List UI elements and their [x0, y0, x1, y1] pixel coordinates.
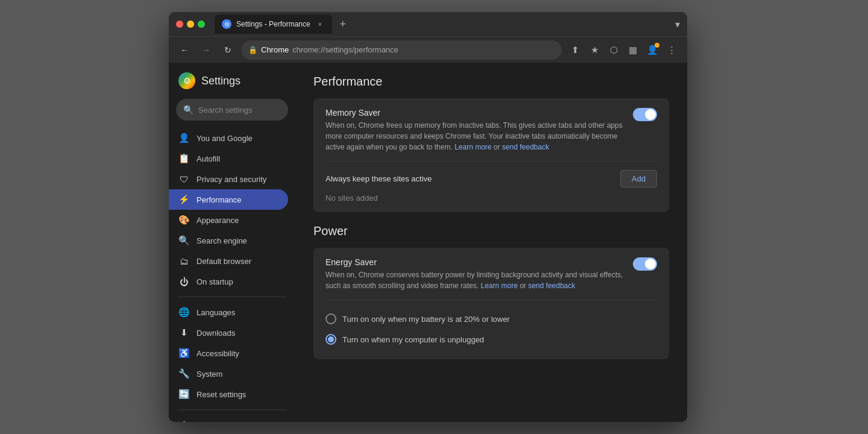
energy-card-divider: [326, 300, 657, 300]
card-divider: [326, 161, 657, 162]
search-engine-icon: 🔍: [178, 235, 189, 246]
close-button[interactable]: [176, 20, 183, 28]
nav-actions: ⬆ ★ ⬡ ▦ 👤 ⋮: [567, 42, 680, 58]
energy-saver-toggle[interactable]: [633, 257, 657, 271]
extensions-sidebar-icon: ⬡: [178, 420, 189, 422]
address-path: chrome://settings/performance: [292, 45, 398, 54]
tab-bar: ⚙ Settings - Performance × +: [215, 14, 670, 34]
sidebar-item-you-and-google[interactable]: 👤 You and Google: [169, 128, 288, 148]
energy-saver-learn-more[interactable]: Learn more: [480, 281, 517, 290]
sidebar-item-label: Privacy and security: [197, 175, 266, 184]
bookmark-button[interactable]: ★: [586, 42, 603, 58]
always-active-row: Always keep these sites active Add: [326, 170, 657, 187]
notification-badge: [655, 43, 659, 48]
settings-title: Settings: [201, 75, 241, 87]
energy-saver-text: Energy Saver When on, Chrome conserves b…: [326, 257, 623, 291]
sidebar-item-label: Autofill: [197, 154, 220, 163]
toggle-knob-energy: [645, 259, 656, 269]
sidebar-item-label: Default browser: [197, 257, 251, 266]
back-button[interactable]: ←: [176, 42, 193, 58]
memory-saver-desc: When on, Chrome frees up memory from ina…: [326, 120, 623, 153]
appearance-icon: 🎨: [178, 215, 189, 225]
sidebar: ⚙ Settings 🔍 👤 You and Google 📋 Autofill…: [169, 63, 295, 422]
maximize-button[interactable]: [198, 20, 205, 28]
tab-search-button[interactable]: ▦: [624, 42, 641, 58]
sidebar-item-performance[interactable]: ⚡ Performance: [169, 189, 288, 210]
default-browser-icon: 🗂: [178, 256, 189, 266]
memory-saver-learn-more[interactable]: Learn more: [454, 143, 491, 151]
energy-saver-feedback[interactable]: send feedback: [528, 281, 575, 290]
minimize-button[interactable]: [187, 20, 194, 28]
sidebar-item-search-engine[interactable]: 🔍 Search engine: [169, 230, 288, 251]
radio-unplugged-circle[interactable]: [326, 334, 336, 345]
radio-battery-20[interactable]: Turn on only when my battery is at 20% o…: [326, 309, 657, 329]
memory-saver-toggle[interactable]: [633, 108, 657, 121]
languages-icon: 🌐: [178, 307, 189, 318]
search-input[interactable]: [198, 105, 295, 115]
add-site-button[interactable]: Add: [620, 170, 657, 187]
nav-bar: ← → ↻ 🔒 Chrome chrome://settings/perform…: [169, 36, 687, 63]
radio-battery-20-label: Turn on only when my battery is at 20% o…: [342, 315, 510, 324]
memory-saver-text: Memory Saver When on, Chrome frees up me…: [326, 108, 623, 153]
settings-logo: ⚙: [178, 72, 195, 89]
new-tab-button[interactable]: +: [335, 16, 351, 33]
sidebar-item-label: Reset settings: [197, 390, 246, 399]
menu-button[interactable]: ⋮: [663, 42, 680, 58]
sidebar-item-label: Performance: [197, 195, 241, 204]
tab-favicon: ⚙: [222, 19, 231, 29]
active-tab[interactable]: ⚙ Settings - Performance ×: [215, 14, 332, 34]
extensions-button[interactable]: ⬡: [605, 42, 622, 58]
reset-icon: 🔄: [178, 389, 189, 400]
performance-icon: ⚡: [178, 194, 189, 205]
sidebar-item-downloads[interactable]: ⬇ Downloads: [169, 322, 288, 343]
sidebar-item-extensions[interactable]: ⬡ Extensions ↗: [169, 415, 288, 422]
search-icon: 🔍: [183, 105, 193, 115]
forward-icon: →: [202, 45, 210, 55]
always-active-label: Always keep these sites active: [326, 174, 432, 183]
sidebar-divider-1: [178, 297, 286, 297]
back-icon: ←: [180, 45, 189, 55]
sidebar-item-label: Languages: [197, 308, 235, 317]
sidebar-item-privacy-security[interactable]: 🛡 Privacy and security: [169, 169, 288, 189]
share-button[interactable]: ⬆: [567, 42, 583, 58]
main-content: ⚙ Settings 🔍 👤 You and Google 📋 Autofill…: [169, 63, 687, 422]
search-bar[interactable]: 🔍: [176, 99, 288, 121]
forward-button[interactable]: →: [198, 42, 215, 58]
toggle-knob: [645, 109, 656, 120]
traffic-lights: [176, 20, 205, 28]
sidebar-item-appearance[interactable]: 🎨 Appearance: [169, 210, 288, 230]
downloads-icon: ⬇: [178, 327, 189, 338]
on-startup-icon: ⏻: [178, 276, 189, 287]
memory-saver-feedback[interactable]: send feedback: [502, 143, 549, 151]
sidebar-item-label: Downloads: [197, 329, 235, 338]
browser-window: ⚙ Settings - Performance × + ▾ ← → ↻ 🔒 C…: [169, 12, 687, 422]
power-section-title: Power: [313, 224, 669, 238]
sidebar-item-default-browser[interactable]: 🗂 Default browser: [169, 251, 288, 271]
accessibility-icon: ♿: [178, 348, 189, 359]
radio-unplugged-label: Turn on when my computer is unplugged: [342, 335, 484, 344]
sidebar-item-reset-settings[interactable]: 🔄 Reset settings: [169, 384, 288, 404]
privacy-icon: 🛡: [178, 174, 189, 184]
profile-button[interactable]: 👤: [644, 42, 661, 58]
sidebar-item-label: Extensions: [197, 421, 235, 423]
reload-icon: ↻: [224, 45, 231, 55]
window-dropdown[interactable]: ▾: [675, 19, 680, 30]
you-and-google-icon: 👤: [178, 133, 189, 143]
radio-unplugged[interactable]: Turn on when my computer is unplugged: [326, 329, 657, 350]
sidebar-item-accessibility[interactable]: ♿ Accessibility: [169, 343, 288, 363]
address-bar[interactable]: 🔒 Chrome chrome://settings/performance: [241, 40, 562, 60]
sidebar-item-languages[interactable]: 🌐 Languages: [169, 302, 288, 322]
address-scheme: Chrome: [261, 45, 289, 54]
sidebar-divider-2: [178, 409, 286, 410]
energy-saver-desc: When on, Chrome conserves battery power …: [326, 269, 623, 291]
sidebar-item-on-startup[interactable]: ⏻ On startup: [169, 271, 288, 292]
sidebar-item-label: System: [197, 370, 222, 379]
sidebar-item-autofill[interactable]: 📋 Autofill: [169, 148, 288, 169]
autofill-icon: 📋: [178, 153, 189, 164]
energy-saver-row: Energy Saver When on, Chrome conserves b…: [326, 257, 657, 291]
radio-battery-20-circle[interactable]: [326, 313, 336, 324]
system-icon: 🔧: [178, 368, 189, 379]
tab-close-button[interactable]: ×: [315, 19, 325, 29]
reload-button[interactable]: ↻: [219, 42, 236, 58]
sidebar-item-system[interactable]: 🔧 System: [169, 363, 288, 384]
